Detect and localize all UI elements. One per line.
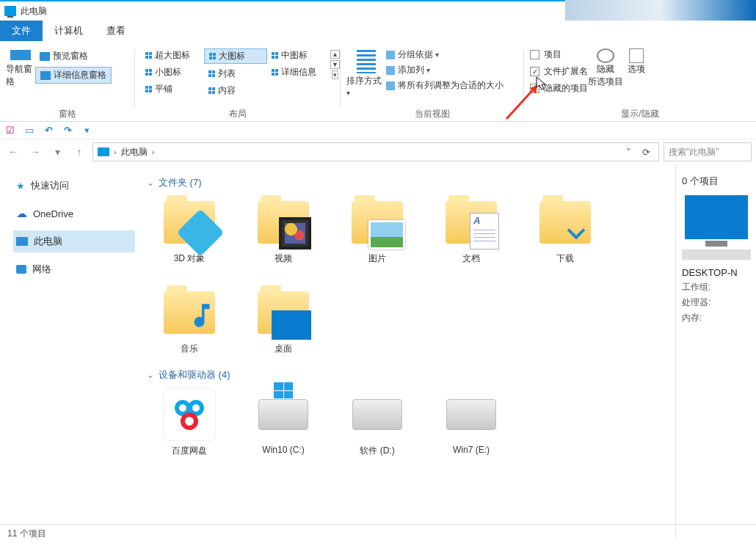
ribbon: 导航窗格 预览窗格 详细信息窗格 窗格 超大图标 小图标 平铺 大图标 列表 内… [0,41,756,122]
address-dropdown[interactable]: ˅ [620,147,636,158]
hide-selected-button[interactable]: 隐藏 所选项目 [588,45,623,108]
address-bar[interactable]: › 此电脑 › ˅ ⟳ [92,142,659,161]
folder-3d-objects[interactable]: 3D 对象 [156,197,223,265]
groupby-button[interactable]: 分组依据 [386,48,504,61]
group-panes-label: 窗格 [6,108,129,121]
details-pane-button[interactable]: 详细信息窗格 [35,67,112,84]
menu-tabs: 文件 计算机 查看 [0,21,756,41]
svg-point-1 [190,402,202,414]
nav-forward[interactable]: → [26,143,44,161]
details-memory: 内存: [682,312,750,324]
nav-up[interactable]: ↑ [70,143,88,161]
folder-pictures[interactable]: 图片 [344,197,411,265]
folder-music[interactable]: 音乐 [156,287,223,355]
check-itemboxes[interactable]: 项目 [530,48,588,61]
sort-button[interactable]: 排序方式 [346,45,386,108]
layout-s[interactable]: 小图标 [141,65,204,79]
breadcrumb[interactable]: 此电脑 [121,146,148,158]
group-currentview-label: 当前视图 [346,108,518,121]
folder-videos[interactable]: 视频 [250,197,317,265]
layout-scroll-up[interactable]: ▲ [330,50,340,59]
drive-d[interactable]: 软件 (D:) [344,389,411,457]
tree-this-pc[interactable]: 此电脑 [13,230,135,252]
fitcols-button[interactable]: 将所有列调整为合适的大小 [386,79,504,92]
pc-icon [4,6,16,16]
monitor-icon [685,195,748,239]
qat-redo-icon[interactable]: ↷ [62,125,73,136]
quick-access-toolbar: ☑ ▭ ↶ ↷ ▾ [0,122,756,139]
preview-pane-button[interactable]: 预览窗格 [35,48,112,64]
refresh-button[interactable]: ⟳ [638,147,654,158]
layout-scroll-down[interactable]: ▼ [330,60,340,69]
layout-list[interactable]: 列表 [204,67,267,81]
details-workgroup: 工作组: [682,281,750,294]
layout-detail[interactable]: 详细信息 [267,65,330,79]
check-file-ext[interactable]: ✓文件扩展名 [530,65,588,78]
nav-back[interactable]: ← [4,143,22,161]
drive-c[interactable]: Win10 (C:) [250,389,317,457]
details-pane: 0 个项目 DESKTOP-N 工作组: 处理器: 内存: [675,164,756,539]
drive-baidu[interactable]: 百度网盘 [156,389,223,457]
keyboard-icon [682,249,751,260]
window-title: 此电脑 [21,5,47,18]
layout-expand[interactable]: ▾ [332,70,338,79]
tab-view[interactable]: 查看 [95,21,137,41]
folder-downloads[interactable]: 下载 [531,197,599,265]
layout-content[interactable]: 内容 [204,84,267,98]
search-input[interactable]: 搜索"此电脑" [664,142,752,161]
options-button[interactable]: 选项 [623,45,650,108]
status-item-count: 11 个项目 [7,528,46,540]
status-bar: 11 个项目 [0,524,756,543]
qat-folder-icon[interactable]: ▭ [23,125,35,136]
layout-l[interactable]: 大图标 [204,48,267,64]
details-pc-name: DESKTOP-N [682,267,750,278]
drive-e[interactable]: Win7 (E:) [437,389,505,457]
pc-icon [98,147,109,156]
group-showhide-label: 显示/隐藏 [530,108,750,121]
qat-undo-icon[interactable]: ↶ [43,125,54,136]
tab-file[interactable]: 文件 [0,21,43,41]
section-folders[interactable]: 文件夹 (7) [147,176,668,189]
details-header: 0 个项目 [682,175,750,188]
group-layout-label: 布局 [141,108,335,121]
tab-computer[interactable]: 计算机 [43,21,95,41]
tree-network[interactable]: 网络 [13,258,135,280]
addcol-button[interactable]: 添加列 [386,64,504,76]
qat-dropdown[interactable]: ▾ [81,125,92,136]
folder-desktop[interactable]: 桌面 [250,287,317,355]
details-processor: 处理器: [682,296,750,309]
content-area: 文件夹 (7) 3D 对象 视频 图片 文档 下载 [139,164,675,539]
svg-point-2 [183,415,196,428]
check-hidden-items[interactable]: 隐藏的项目 [530,82,588,95]
layout-xl[interactable]: 超大图标 [141,48,204,62]
titlebar-overlay [565,0,756,21]
svg-point-0 [177,402,189,414]
section-drives[interactable]: 设备和驱动器 (4) [147,368,668,382]
address-bar-row: ← → ▾ ↑ › 此电脑 › ˅ ⟳ 搜索"此电脑" [0,139,756,164]
nav-recent[interactable]: ▾ [48,143,66,161]
nav-pane-button[interactable]: 导航窗格 [6,45,35,108]
qat-check-icon[interactable]: ☑ [4,125,16,136]
tree-onedrive[interactable]: ☁OneDrive [13,203,135,225]
navigation-tree: ★快速访问 ☁OneDrive 此电脑 网络 [0,164,139,539]
layout-m[interactable]: 中图标 [267,48,330,62]
layout-tile[interactable]: 平铺 [141,82,204,96]
folder-documents[interactable]: 文档 [437,197,505,265]
tree-quick-access[interactable]: ★快速访问 [13,175,135,197]
